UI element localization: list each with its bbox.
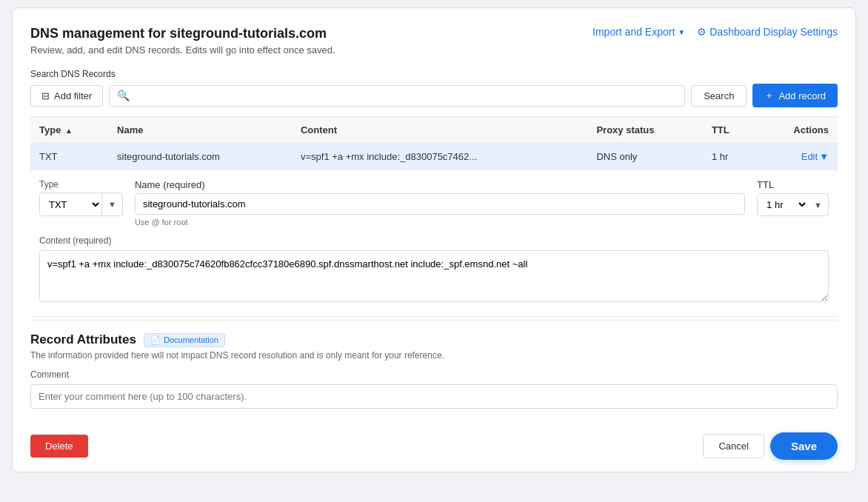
add-record-label: Add record bbox=[778, 90, 826, 101]
name-input[interactable] bbox=[135, 193, 745, 215]
dashboard-settings-button[interactable]: ⚙ Dashboard Display Settings bbox=[697, 26, 838, 38]
col-proxy-status: Proxy status bbox=[587, 117, 702, 144]
cancel-label: Cancel bbox=[718, 441, 748, 452]
row-type: TXT bbox=[30, 144, 108, 170]
row-actions: Edit ▼ bbox=[757, 144, 838, 170]
cancel-button[interactable]: Cancel bbox=[703, 434, 764, 458]
ttl-chevron-icon: ▼ bbox=[808, 201, 828, 210]
content-section: Content (required) v=spf1 +a +mx include… bbox=[39, 235, 829, 304]
save-label: Save bbox=[791, 440, 817, 452]
record-attributes-section: Record Attributes 📄 Documentation The in… bbox=[30, 320, 838, 409]
record-attributes-subtitle: The information provided here will not i… bbox=[30, 350, 838, 361]
row-content: v=spf1 +a +mx include:_d830075c7462... bbox=[292, 144, 587, 170]
delete-label: Delete bbox=[45, 441, 73, 452]
name-hint: Use @ for root bbox=[135, 218, 745, 227]
documentation-label: Documentation bbox=[164, 335, 218, 344]
col-ttl: TTL bbox=[703, 117, 757, 144]
filter-icon: ⊟ bbox=[41, 90, 50, 101]
ttl-select[interactable]: 1 hr 2 hr 5 min Auto bbox=[758, 194, 808, 215]
col-content: Content bbox=[292, 117, 587, 144]
col-type: Type ▲ bbox=[30, 117, 108, 144]
edit-label: Edit bbox=[801, 151, 818, 162]
search-section: Search DNS Records ⊟ Add filter 🔍 Search… bbox=[30, 69, 838, 107]
type-label: Type bbox=[39, 179, 123, 190]
doc-icon: 📄 bbox=[150, 335, 161, 345]
header-row: DNS management for siteground-tutorials.… bbox=[30, 26, 838, 41]
table-container: Type ▲ Name Content Proxy status TTL bbox=[30, 116, 838, 317]
main-container: DNS management for siteground-tutorials.… bbox=[12, 7, 856, 472]
row-name: siteground-tutorials.com bbox=[108, 144, 292, 170]
dns-table: Type ▲ Name Content Proxy status TTL bbox=[30, 116, 838, 317]
page-subtitle: Review, add, and edit DNS records. Edits… bbox=[30, 44, 838, 56]
search-input-wrapper: 🔍 bbox=[109, 85, 685, 107]
name-label: Name (required) bbox=[135, 179, 745, 190]
search-button[interactable]: Search bbox=[691, 85, 747, 107]
comment-input[interactable] bbox=[30, 384, 838, 409]
page-title: DNS management for siteground-tutorials.… bbox=[30, 26, 327, 41]
name-field-wrapper: Name (required) Use @ for root bbox=[135, 179, 745, 227]
title-prefix: DNS management for bbox=[30, 26, 170, 41]
search-row: ⊟ Add filter 🔍 Search ＋ Add record bbox=[30, 84, 838, 107]
search-icon: 🔍 bbox=[117, 90, 130, 101]
col-name: Name bbox=[108, 117, 292, 144]
form-row-fields: Type TXT A AAAA CNAME MX bbox=[39, 179, 829, 227]
header-actions: Import and Export ▼ ⚙ Dashboard Display … bbox=[592, 26, 838, 38]
content-textarea[interactable]: v=spf1 +a +mx include:_d830075c74620fb86… bbox=[39, 250, 829, 302]
record-attributes-header: Record Attributes 📄 Documentation bbox=[30, 332, 838, 347]
title-domain: siteground-tutorials.com bbox=[170, 26, 327, 41]
chevron-down-icon: ▼ bbox=[678, 28, 685, 36]
type-select[interactable]: TXT A AAAA CNAME MX bbox=[40, 194, 101, 215]
table-header-row: Type ▲ Name Content Proxy status TTL bbox=[30, 117, 838, 144]
plus-icon: ＋ bbox=[764, 89, 774, 102]
search-button-label: Search bbox=[704, 90, 734, 101]
row-proxy-status: DNS only bbox=[587, 144, 702, 170]
search-dns-label: Search DNS Records bbox=[30, 69, 838, 79]
record-attributes-title: Record Attributes bbox=[30, 332, 136, 347]
type-field: Type TXT A AAAA CNAME MX bbox=[39, 179, 123, 216]
row-ttl: 1 hr bbox=[703, 144, 757, 170]
gear-icon: ⚙ bbox=[697, 26, 707, 38]
delete-button[interactable]: Delete bbox=[30, 435, 88, 458]
ttl-select-wrapper: 1 hr 2 hr 5 min Auto ▼ bbox=[757, 193, 829, 216]
search-input[interactable] bbox=[134, 86, 677, 106]
import-export-label: Import and Export bbox=[592, 26, 675, 38]
edit-form-inner: Type TXT A AAAA CNAME MX bbox=[39, 179, 829, 304]
edit-form-row: Type TXT A AAAA CNAME MX bbox=[30, 170, 838, 317]
ttl-field-wrapper: TTL 1 hr 2 hr 5 min Auto ▼ bbox=[757, 179, 829, 216]
add-filter-label: Add filter bbox=[54, 90, 92, 101]
content-label: Content (required) bbox=[39, 235, 829, 246]
edit-button[interactable]: Edit ▼ bbox=[801, 151, 829, 162]
edit-form-cell: Type TXT A AAAA CNAME MX bbox=[30, 170, 838, 317]
comment-label: Comment bbox=[30, 369, 838, 380]
col-actions: Actions bbox=[757, 117, 838, 144]
add-filter-button[interactable]: ⊟ Add filter bbox=[30, 85, 103, 107]
table-row[interactable]: TXT siteground-tutorials.com v=spf1 +a +… bbox=[30, 144, 838, 170]
ttl-label: TTL bbox=[757, 179, 829, 190]
documentation-button[interactable]: 📄 Documentation bbox=[144, 333, 225, 347]
title-section: DNS management for siteground-tutorials.… bbox=[30, 26, 327, 41]
chevron-down-icon: ▼ bbox=[819, 151, 829, 162]
add-record-button[interactable]: ＋ Add record bbox=[752, 84, 838, 107]
save-button[interactable]: Save bbox=[770, 432, 838, 460]
type-select-wrapper: TXT A AAAA CNAME MX ▼ bbox=[39, 193, 123, 216]
sort-arrow-icon: ▲ bbox=[65, 127, 73, 135]
dashboard-settings-label: Dashboard Display Settings bbox=[710, 26, 838, 38]
footer-right: Cancel Save bbox=[703, 432, 838, 460]
footer-actions: Delete Cancel Save bbox=[30, 421, 838, 472]
type-select-chevron-icon: ▼ bbox=[102, 200, 122, 209]
import-export-button[interactable]: Import and Export ▼ bbox=[592, 26, 685, 38]
